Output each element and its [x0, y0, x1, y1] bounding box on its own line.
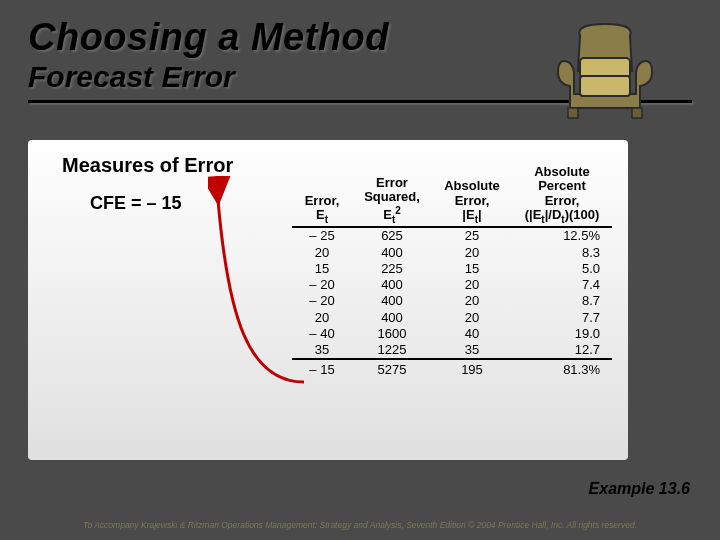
cell-et: 20 — [292, 245, 352, 261]
table-row: – 20400207.4 — [292, 277, 612, 293]
cell-esq: 400 — [352, 277, 432, 293]
example-label: Example 13.6 — [589, 480, 690, 498]
cell-abse: 25 — [432, 227, 512, 244]
total-abse: 195 — [432, 359, 512, 378]
svg-rect-2 — [568, 108, 578, 118]
cell-esq: 1225 — [352, 342, 432, 359]
total-ape: 81.3% — [512, 359, 612, 378]
table-row: – 4016004019.0 — [292, 326, 612, 342]
cell-ape: 8.7 — [512, 293, 612, 309]
footer-text: To Accompany Krajewski & Ritzman Operati… — [0, 520, 720, 530]
cell-ape: 8.3 — [512, 245, 612, 261]
cell-ape: 12.7 — [512, 342, 612, 359]
col-header-abs-error: Absolute Error, |Et| — [432, 164, 512, 227]
col-header-abs-pct-error: Absolute Percent Error, (|Et|/Dt)(100) — [512, 164, 612, 227]
cell-ape: 7.4 — [512, 277, 612, 293]
cell-esq: 400 — [352, 293, 432, 309]
cell-esq: 400 — [352, 245, 432, 261]
cell-et: 35 — [292, 342, 352, 359]
cell-ape: 5.0 — [512, 261, 612, 277]
cell-et: 15 — [292, 261, 352, 277]
table-row: 15225155.0 — [292, 261, 612, 277]
cell-ape: 12.5% — [512, 227, 612, 244]
svg-rect-1 — [580, 76, 630, 96]
cell-et: – 20 — [292, 277, 352, 293]
slide: Choosing a Method Forecast Error Measure… — [0, 0, 720, 540]
totals-row: – 15 5275 195 81.3% — [292, 359, 612, 378]
cell-et: – 40 — [292, 326, 352, 342]
svg-rect-3 — [632, 108, 642, 118]
cell-abse: 20 — [432, 277, 512, 293]
table-row: 20400208.3 — [292, 245, 612, 261]
cell-abse: 20 — [432, 310, 512, 326]
table-row: – 256252512.5% — [292, 227, 612, 244]
cell-et: – 20 — [292, 293, 352, 309]
armchair-icon — [550, 16, 660, 126]
table-row: – 20400208.7 — [292, 293, 612, 309]
total-esq: 5275 — [352, 359, 432, 378]
cell-esq: 225 — [352, 261, 432, 277]
error-table: Error, Et Error Squared, Et2 Absolute Er… — [292, 164, 612, 379]
content-panel: Measures of Error CFE = – 15 Error, Et E… — [28, 140, 628, 460]
cell-esq: 625 — [352, 227, 432, 244]
table-row: 3512253512.7 — [292, 342, 612, 359]
cell-abse: 20 — [432, 293, 512, 309]
col-header-error: Error, Et — [292, 164, 352, 227]
cell-abse: 15 — [432, 261, 512, 277]
total-et: – 15 — [292, 359, 352, 378]
cell-ape: 19.0 — [512, 326, 612, 342]
col-header-error-squared: Error Squared, Et2 — [352, 164, 432, 227]
cell-et: 20 — [292, 310, 352, 326]
cell-et: – 25 — [292, 227, 352, 244]
cell-abse: 40 — [432, 326, 512, 342]
cell-esq: 400 — [352, 310, 432, 326]
cell-abse: 20 — [432, 245, 512, 261]
cell-abse: 35 — [432, 342, 512, 359]
table-row: 20400207.7 — [292, 310, 612, 326]
cell-esq: 1600 — [352, 326, 432, 342]
cell-ape: 7.7 — [512, 310, 612, 326]
